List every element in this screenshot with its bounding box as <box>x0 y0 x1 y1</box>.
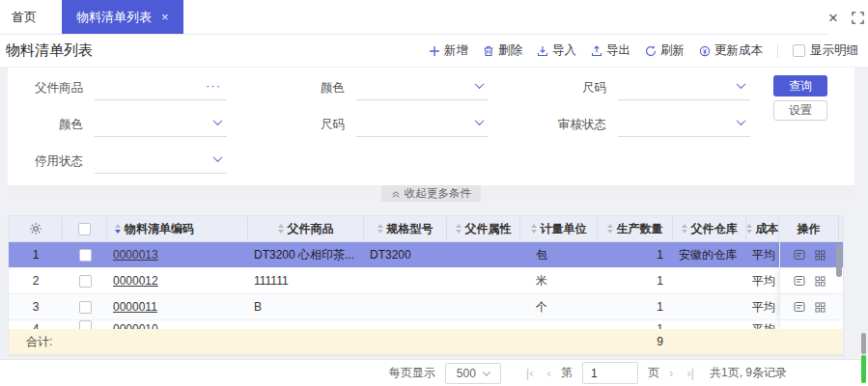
bom-code-link[interactable]: 0000010 <box>113 320 158 329</box>
collapse-conditions-button[interactable]: 收起更多条件 <box>381 185 481 202</box>
bom-code-link[interactable]: 0000011 <box>113 300 157 314</box>
header-actions: 操作 <box>779 216 839 241</box>
first-page-icon[interactable]: |‹ <box>526 367 534 379</box>
sort-icon[interactable] <box>682 224 687 234</box>
show-detail-toggle[interactable]: 显示明细 <box>793 42 858 59</box>
plus-icon <box>429 45 440 57</box>
sort-icon[interactable] <box>531 224 537 234</box>
sort-icon[interactable] <box>456 224 462 234</box>
pagination-bar: 每页显示 500 |‹ ‹ 第 页 › ›| 共1页, 9条记录 <box>0 359 868 386</box>
table-row[interactable]: 3 0000011 B 个 1 平均 <box>9 294 843 320</box>
tab-material-list[interactable]: 物料清单列表 × <box>62 0 183 34</box>
detail-icon[interactable] <box>794 275 805 287</box>
parent-item-input[interactable]: ··· <box>95 76 227 100</box>
refresh-button[interactable]: 刷新 <box>645 42 685 59</box>
grid-icon[interactable] <box>815 276 826 287</box>
page-input[interactable] <box>582 362 638 384</box>
page-scrollbar-thumb[interactable] <box>861 333 866 354</box>
sort-icon[interactable] <box>278 224 284 234</box>
export-label: 导出 <box>606 42 630 59</box>
table-row[interactable]: 1 0000013 DT3200 心相印茶... DT3200 包 1 安徽的仓… <box>9 242 843 268</box>
add-button[interactable]: 新增 <box>429 42 468 59</box>
bom-code-link[interactable]: 0000013 <box>113 248 158 262</box>
cell-parent: DT3200 心相印茶... <box>248 242 364 267</box>
spacer <box>0 202 868 215</box>
cell-spec <box>364 294 447 319</box>
column-settings-header[interactable] <box>9 216 63 241</box>
header-code[interactable]: 物料清单编码 <box>107 216 248 241</box>
cell-attr <box>447 294 520 319</box>
grid-icon[interactable] <box>815 250 826 261</box>
refresh-icon <box>645 45 657 57</box>
cell-qty: 1 <box>598 294 673 319</box>
cell-warehouse <box>673 294 746 319</box>
header-cost[interactable]: 成本 <box>746 216 779 241</box>
show-detail-checkbox[interactable] <box>793 44 805 57</box>
next-page-icon[interactable]: › <box>669 367 673 379</box>
filter-size-2: 尺码 <box>269 106 489 143</box>
summary-label: 合计: <box>9 334 107 350</box>
fullscreen-icon[interactable] <box>852 12 864 24</box>
cell-warehouse <box>673 320 746 329</box>
cell-attr <box>447 268 520 293</box>
table-row[interactable]: 2 0000012 111111 米 1 平均 <box>9 268 843 294</box>
tab-home[interactable]: 首页 <box>0 0 48 34</box>
size-2-select[interactable] <box>356 113 489 137</box>
import-button[interactable]: 导入 <box>537 42 576 59</box>
detail-icon[interactable] <box>794 249 805 261</box>
prev-page-icon[interactable]: ‹ <box>547 367 551 379</box>
trash-icon <box>483 45 494 57</box>
cell-qty: 1 <box>598 268 673 293</box>
toolbar: 新增 删除 导入 导出 刷新 更新成本 <box>429 42 858 59</box>
per-page-label: 每页显示 <box>389 365 435 381</box>
select-all-checkbox[interactable] <box>78 223 91 235</box>
tab-close-icon[interactable]: × <box>161 11 169 23</box>
ellipsis-picker-icon[interactable]: ··· <box>206 83 221 89</box>
cell-warehouse: 安徽的仓库 <box>673 242 746 267</box>
grid-icon[interactable] <box>815 302 826 313</box>
filter-audit-status: 审核状态 <box>531 106 750 143</box>
per-page-value: 500 <box>457 367 476 380</box>
tab-home-label: 首页 <box>12 9 37 26</box>
size-1-select[interactable] <box>618 76 750 100</box>
update-cost-button[interactable]: 更新成本 <box>699 42 763 59</box>
sort-icon[interactable] <box>378 224 383 234</box>
per-page-select[interactable]: 500 <box>445 363 501 384</box>
disabled-status-label: 停用状态 <box>8 153 83 170</box>
row-checkbox[interactable] <box>79 249 92 262</box>
settings-button[interactable]: 设置 <box>773 100 827 121</box>
header-spec[interactable]: 规格型号 <box>364 216 447 241</box>
tab-material-list-label: 物料清单列表 <box>76 9 152 26</box>
detail-icon[interactable] <box>794 301 805 313</box>
color-2-select[interactable] <box>95 113 227 137</box>
cell-spec <box>364 320 447 329</box>
header-attr[interactable]: 父件属性 <box>447 216 520 241</box>
summary-qty-total: 9 <box>598 329 673 354</box>
delete-button[interactable]: 删除 <box>483 42 522 59</box>
color-1-select[interactable] <box>356 76 489 100</box>
header-warehouse[interactable]: 父件仓库 <box>673 216 746 241</box>
row-checkbox[interactable] <box>79 320 92 329</box>
header-unit[interactable]: 计量单位 <box>520 216 598 241</box>
close-icon[interactable]: × <box>828 10 838 26</box>
query-label: 查询 <box>789 78 812 95</box>
query-button[interactable]: 查询 <box>773 75 827 96</box>
vertical-scrollbar[interactable] <box>836 244 842 277</box>
size-2-label: 尺码 <box>269 117 345 133</box>
header-qty-label: 生产数量 <box>617 221 663 237</box>
sort-icon[interactable] <box>115 224 121 234</box>
sort-icon[interactable] <box>607 224 613 234</box>
row-seq: 4 <box>9 320 63 329</box>
audit-status-select[interactable] <box>618 113 750 137</box>
bom-code-link[interactable]: 0000012 <box>113 274 158 288</box>
row-checkbox[interactable] <box>79 275 92 288</box>
disabled-status-select[interactable] <box>95 150 227 174</box>
table-row-partial[interactable]: 4 0000010 1 平均 <box>9 320 843 329</box>
header-qty[interactable]: 生产数量 <box>598 216 673 241</box>
import-icon <box>537 45 548 57</box>
row-checkbox[interactable] <box>79 301 92 314</box>
sort-icon[interactable] <box>746 224 752 234</box>
last-page-icon[interactable]: ›| <box>686 367 694 379</box>
export-button[interactable]: 导出 <box>591 42 630 59</box>
header-parent[interactable]: 父件商品 <box>248 216 364 241</box>
